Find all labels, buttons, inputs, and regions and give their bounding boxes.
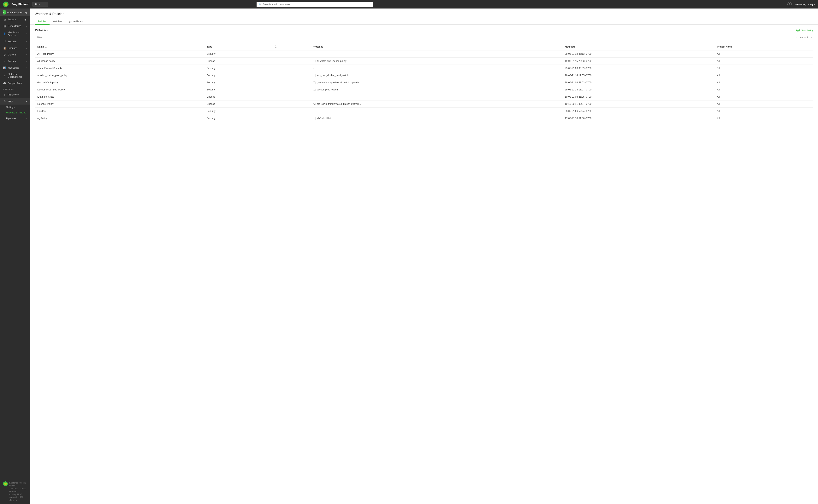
support-icon: 💬	[3, 82, 6, 85]
plus-icon[interactable]: ⊕	[24, 18, 27, 21]
tab-ignore-rules[interactable]: Ignore Rules	[65, 18, 86, 25]
policy-name-link[interactable]: Ali_Test_Policy	[37, 53, 54, 55]
chevron-down-icon: ▾	[26, 100, 27, 102]
sidebar-item-pipelines[interactable]: Pipelines ›	[0, 115, 30, 122]
info-icon[interactable]: ⓘ	[275, 45, 277, 48]
sidebar-item-artifactory[interactable]: ◈ Artifactory	[0, 91, 30, 98]
main-content: Watches & Policies Policies Watches Igno…	[30, 9, 818, 504]
chevron-right-icon: ›	[26, 117, 27, 120]
cell-modified: 19-08-21 08:21:35 -0700	[562, 93, 714, 100]
new-policy-button[interactable]: + New Policy	[796, 29, 813, 32]
cell-watches: 1 | MyBuildsWatch	[311, 115, 562, 122]
cell-type: Security	[204, 72, 271, 79]
sidebar-item-projects[interactable]: ⊞ Projects ⊕	[0, 16, 30, 23]
col-header-type: Type	[204, 43, 271, 50]
tab-policies[interactable]: Policies	[35, 18, 49, 25]
sidebar-item-xray[interactable]: 👁 Xray ▾	[0, 98, 30, 105]
welcome-text: Welcome, paulg ▾	[795, 3, 815, 6]
help-button[interactable]: ?	[787, 2, 792, 6]
pagination-next-button[interactable]: ›	[809, 35, 813, 40]
general-icon: ⚙	[3, 53, 6, 56]
sidebar-item-platform-deployments[interactable]: 🖥 Platform Deployments	[0, 71, 30, 80]
chevron-right-icon: ›	[26, 60, 27, 62]
search-input[interactable]	[257, 2, 373, 7]
cell-empty	[271, 86, 311, 93]
policy-name-link[interactable]: Example_Class	[37, 95, 54, 98]
policy-name-link[interactable]: all-license-policy	[37, 60, 55, 62]
cell-name: Docker_Prod_Sec_Policy	[35, 86, 204, 93]
cell-name: ausdod_docker_prod_policy	[35, 72, 204, 79]
policy-name-link[interactable]: Docker_Prod_Sec_Policy	[37, 88, 65, 91]
gear-icon: ⚙	[3, 10, 6, 14]
cell-type: License	[204, 100, 271, 108]
filter-input[interactable]	[35, 35, 77, 40]
filter-row: ‹ out of 3 ›	[35, 35, 813, 40]
search-bar: 🔍	[257, 2, 373, 7]
topbar: 🐸 JFrog Platform All ▾ 🔍 ? Welcome, paul…	[0, 0, 818, 9]
table-row: Example_Class License - 19-08-21 08:21:3…	[35, 93, 813, 100]
frog-icon: 🐸	[3, 2, 9, 7]
col-header-modified: Modified	[562, 43, 714, 50]
policy-name-link[interactable]: myPolicy	[37, 117, 47, 120]
sidebar: ⚙ Administration ◀ ⊞ Projects ⊕ ▤ Reposi…	[0, 9, 30, 504]
policy-name-link[interactable]: Alpha-Exernal-Security	[37, 67, 62, 70]
cell-type: Security	[204, 86, 271, 93]
sidebar-item-label: Projects	[8, 18, 16, 21]
tab-watches[interactable]: Watches	[49, 18, 65, 25]
policy-name-link[interactable]: demo-default-policy	[37, 81, 58, 84]
collapse-button[interactable]: ◀	[25, 11, 27, 14]
pagination: ‹ out of 3 ›	[795, 35, 813, 40]
sidebar-item-support-zone[interactable]: 💬 Support Zone	[0, 80, 30, 87]
frog-small-icon: 🐸	[3, 481, 8, 486]
scope-dropdown[interactable]: All ▾	[32, 2, 48, 7]
sidebar-sub-settings[interactable]: Settings	[0, 105, 30, 110]
cell-empty	[271, 58, 311, 65]
col-header-watches: Watches	[311, 43, 562, 50]
policies-table: Name ▴ Type ⓘ Watches Modified Project N…	[35, 43, 813, 122]
cell-project: All	[714, 115, 813, 122]
sidebar-item-repositories[interactable]: ▤ Repositories ›	[0, 23, 30, 29]
new-policy-label: New Policy	[801, 29, 813, 32]
admin-section-header[interactable]: ⚙ Administration ◀	[0, 9, 30, 16]
cell-watches: -	[311, 65, 562, 72]
sidebar-item-identity-access[interactable]: 👤 Identity and Access ›	[0, 29, 30, 38]
cell-project: All	[714, 100, 813, 108]
sidebar-sub-watches-policies[interactable]: Watches & Policies	[0, 110, 30, 115]
cell-empty	[271, 79, 311, 86]
topbar-right: ? Welcome, paulg ▾	[787, 2, 815, 6]
table-row: Ali_Test_Policy Security - 28-05-21 12:3…	[35, 50, 813, 58]
page-header: Watches & Policies	[30, 9, 818, 16]
sidebar-item-label: Repositories	[8, 25, 21, 27]
policy-name-link[interactable]: ausdod_docker_prod_policy	[37, 74, 67, 77]
cell-type: Security	[204, 65, 271, 72]
plus-circle-icon: +	[796, 29, 800, 32]
sidebar-item-monitoring[interactable]: 📊 Monitoring ›	[0, 65, 30, 71]
cell-modified: 25-05-21 23:06:39 -0700	[562, 65, 714, 72]
cell-modified: 28-06-21 08:58:03 -0700	[562, 79, 714, 86]
sidebar-item-label: Monitoring	[8, 66, 19, 69]
app-body: ⚙ Administration ◀ ⊞ Projects ⊕ ▤ Reposi…	[0, 9, 818, 504]
cell-watches: 7 | gradle-demo-prod-local_watch, npm-de…	[311, 79, 562, 86]
cell-empty	[271, 72, 311, 79]
sidebar-item-proxies[interactable]: ↔ Proxies ›	[0, 58, 30, 65]
cell-name: demo-default-policy	[35, 79, 204, 86]
services-section-label: SERVICES	[0, 87, 30, 91]
cell-project: All	[714, 93, 813, 100]
cell-name: Alpha-Exernal-Security	[35, 65, 204, 72]
table-row: myPolicy Security 1 | MyBuildsWatch 17-0…	[35, 115, 813, 122]
sidebar-item-label: Proxies	[8, 60, 16, 63]
cell-name: myPolicy	[35, 115, 204, 122]
policy-name-link[interactable]: LiveTest	[37, 110, 46, 112]
sidebar-item-general[interactable]: ⚙ General ›	[0, 51, 30, 58]
cell-empty	[271, 100, 311, 108]
sidebar-item-security[interactable]: 🛡 Security ›	[0, 38, 30, 45]
cell-empty	[271, 93, 311, 100]
pagination-prev-button[interactable]: ‹	[795, 35, 799, 40]
cell-name: LiveTest	[35, 108, 204, 115]
policy-name-link[interactable]: License_Policy	[37, 103, 53, 105]
chevron-right-icon: ›	[26, 54, 27, 56]
cell-empty	[271, 65, 311, 72]
sidebar-item-licenses[interactable]: 📋 Licenses ›	[0, 45, 30, 51]
sidebar-item-label: Support Zone	[8, 82, 22, 85]
col-header-info: ⓘ	[271, 43, 311, 50]
